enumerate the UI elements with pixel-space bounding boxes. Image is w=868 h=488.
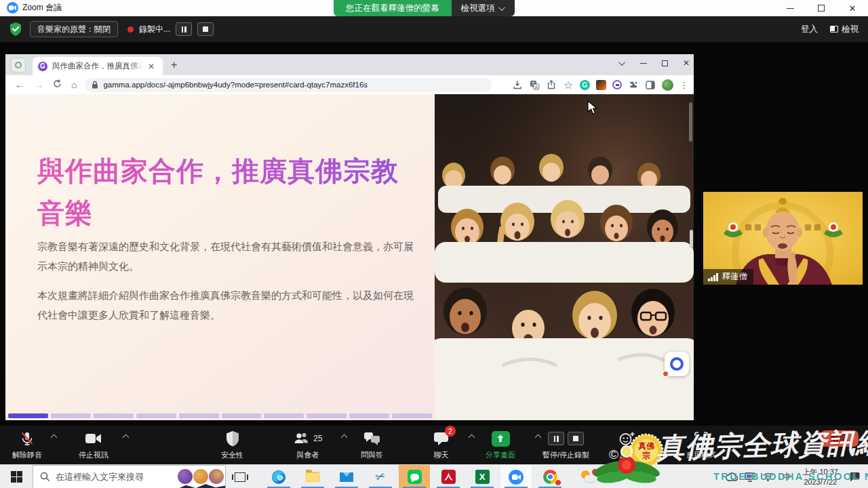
svg-text:A: A <box>534 84 538 89</box>
browser-maximize-button[interactable] <box>662 60 668 66</box>
chat-chevron-icon[interactable] <box>469 434 475 441</box>
browser-minimize-button[interactable] <box>640 63 647 64</box>
start-button[interactable] <box>0 465 33 488</box>
windows-logo-icon <box>11 471 22 483</box>
zoom-toolbar: 解除靜音 停止視訊 安全性 25 與會者 <box>0 426 868 464</box>
minimize-button[interactable] <box>774 0 806 16</box>
grammarly-extension-icon[interactable]: G <box>580 80 590 90</box>
taskbar-excel[interactable]: X <box>467 465 498 488</box>
url-text: gamma.app/docs/-ajmp6bnbwjy4udy?mode=pre… <box>103 81 368 89</box>
browser-scrollbar[interactable] <box>689 102 692 142</box>
home-icon[interactable]: ⌂ <box>71 79 77 90</box>
taskbar-acrobat[interactable] <box>433 465 464 488</box>
security-button[interactable]: 安全性 <box>221 430 243 460</box>
extension-icon-dark[interactable] <box>596 80 606 90</box>
share-icon[interactable] <box>546 79 557 90</box>
tray-display-icon[interactable] <box>745 472 755 482</box>
excel-icon: X <box>475 470 490 484</box>
leave-button[interactable]: 離開 <box>821 430 859 447</box>
download-icon[interactable] <box>512 79 523 90</box>
ime-indicator[interactable]: 中 <box>782 471 791 483</box>
participant-video[interactable]: 釋蓮僧 <box>703 192 863 285</box>
qa-button[interactable]: 問與答 <box>361 430 383 460</box>
security-shield-icon[interactable] <box>8 22 23 37</box>
tray-wifi-icon[interactable] <box>762 472 774 481</box>
reload-icon[interactable] <box>53 79 62 90</box>
panel-collapse-handle[interactable] <box>690 230 693 248</box>
unmute-chevron-icon[interactable] <box>51 434 58 441</box>
recording-dot-icon <box>127 26 134 33</box>
extension-icon-face[interactable] <box>612 80 622 89</box>
apps-button[interactable]: 應用程式 <box>686 430 716 460</box>
tray-cloud-icon[interactable] <box>726 472 738 481</box>
tab-close-icon[interactable]: ✕ <box>148 62 155 71</box>
chat-button[interactable]: 2 聊天 <box>433 430 450 460</box>
close-button[interactable]: ✕ <box>837 0 868 16</box>
toolbar-stop-icon[interactable] <box>568 432 584 445</box>
gamma-feedback-widget[interactable] <box>665 352 689 376</box>
tab-list-chevron-icon[interactable] <box>618 59 625 66</box>
windows-taskbar: 在這裡輸入文字來搜尋 ✂ X <box>0 464 868 488</box>
stop-recording-button[interactable] <box>197 22 214 36</box>
share-screen-icon <box>492 431 510 447</box>
original-sound-button[interactable]: 音樂家的原聲：關閉 <box>30 21 118 37</box>
bookmark-star-icon[interactable]: ☆ <box>563 79 574 90</box>
slide-paragraph-1: 宗教音樂有著深遠的歷史和文化背景，在現代社會有其藝術價值和社會意義，亦可展示本宗… <box>37 237 417 277</box>
new-tab-button[interactable]: + <box>171 60 177 70</box>
slide-progress-bar[interactable] <box>8 413 432 418</box>
profile-avatar[interactable] <box>662 79 673 91</box>
snipping-tool-icon: ✂ <box>374 468 388 485</box>
toolbar-pause-icon[interactable] <box>548 432 564 445</box>
taskbar-snipping[interactable]: ✂ <box>365 465 396 488</box>
reactions-button[interactable]: 反應 <box>618 430 635 460</box>
view-options-button[interactable]: 檢視選項 <box>452 0 515 16</box>
weather-badge <box>591 468 599 476</box>
view-button[interactable]: 檢視 <box>830 24 859 35</box>
taskbar-weather[interactable] <box>574 465 605 488</box>
extensions-puzzle-icon[interactable] <box>628 79 639 90</box>
share-screen-button[interactable]: 分享畫面 <box>486 430 515 460</box>
system-tray: 中 上午 10:37 2023/7/22 <box>722 465 868 488</box>
taskbar-line[interactable] <box>399 465 430 488</box>
notification-center-icon[interactable] <box>849 472 860 482</box>
pause-recording-button[interactable] <box>176 22 192 36</box>
taskbar-edge[interactable] <box>263 465 294 488</box>
taskbar-clock[interactable]: 上午 10:37 2023/7/22 <box>802 467 838 487</box>
file-explorer-icon <box>306 472 319 482</box>
sign-in-button[interactable]: 登入 <box>801 24 818 35</box>
shield-icon <box>225 430 240 447</box>
maximize-button[interactable] <box>806 0 837 16</box>
back-icon[interactable]: ← <box>15 79 24 90</box>
stop-video-button[interactable]: 停止視訊 <box>79 430 108 460</box>
taskbar-mail[interactable] <box>331 465 362 488</box>
unmute-button[interactable]: 解除靜音 <box>12 430 42 460</box>
taskbar-zoom[interactable] <box>500 465 532 488</box>
gamma-widget-badge <box>662 370 669 378</box>
forward-icon[interactable]: → <box>34 79 43 90</box>
edge-icon <box>271 470 286 485</box>
zoom-app-icon <box>7 2 18 14</box>
share-chevron-icon[interactable] <box>535 434 542 441</box>
lock-icon <box>92 81 98 89</box>
gamma-favicon: G <box>38 62 47 71</box>
task-view-button[interactable] <box>232 470 248 484</box>
tab-search-icon[interactable] <box>11 58 26 73</box>
chat-bubble-icon: 2 <box>433 430 450 447</box>
url-box[interactable]: gamma.app/docs/-ajmp6bnbwjy4udy?mode=pre… <box>85 78 492 92</box>
taskbar-search-input[interactable]: 在這裡輸入文字來搜尋 <box>33 465 226 488</box>
translate-icon[interactable]: 文A <box>529 79 540 90</box>
browser-tab[interactable]: G 與作曲家合作，推廣真佛宗教音樂 ✕ <box>33 57 163 75</box>
participants-button[interactable]: 25 與會者 <box>293 430 322 460</box>
acrobat-icon <box>441 470 456 484</box>
browser-menu-icon[interactable]: ⋮ <box>679 80 688 90</box>
mic-muted-icon <box>19 430 35 447</box>
pause-stop-record-button[interactable]: 暫停/停止錄製 <box>542 430 589 460</box>
qa-bubbles-icon <box>363 430 381 447</box>
window-title: Zoom 會議 <box>22 2 62 14</box>
participants-chevron-icon[interactable] <box>341 434 348 441</box>
taskbar-chrome[interactable] <box>534 465 566 488</box>
video-chevron-icon[interactable] <box>123 434 130 441</box>
taskbar-explorer[interactable] <box>297 465 328 488</box>
browser-close-button[interactable]: ✕ <box>683 58 690 68</box>
sidebar-icon[interactable] <box>645 79 656 90</box>
